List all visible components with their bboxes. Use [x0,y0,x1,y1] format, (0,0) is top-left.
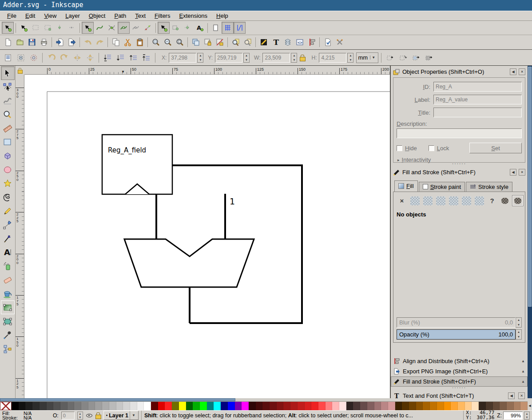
snap-object-centers-icon[interactable] [170,22,182,34]
palette-swatch[interactable] [374,402,381,410]
measure-tool[interactable] [1,121,15,135]
text-dialog-icon[interactable]: T [270,36,282,48]
palette-swatch[interactable] [242,402,249,410]
layer-visibility-icon[interactable] [86,412,93,419]
label-field[interactable] [433,95,522,104]
dock-scrollbar-thumb[interactable] [528,67,532,307]
w-spinner[interactable] [291,53,297,63]
palette-swatch[interactable] [381,402,388,410]
menu-item-edit[interactable]: Edit [21,12,40,20]
node-editor-tool[interactable] [1,80,15,94]
spellcheck-icon[interactable] [322,36,333,48]
blur-slider[interactable]: Blur (%)0,0 [397,317,522,328]
menu-item-layer[interactable]: Layer [61,12,84,20]
palette-swatch[interactable] [339,402,346,410]
menu-item-file[interactable]: File [3,12,21,20]
palette-swatch[interactable] [437,402,444,410]
calligraphy-tool[interactable] [1,232,15,245]
preferences-icon[interactable] [333,36,345,48]
x-field[interactable] [169,53,196,63]
palette-swatch[interactable] [298,402,305,410]
snap-page-border-icon[interactable] [210,22,222,34]
palette-swatch[interactable] [444,402,451,410]
unset-paint-button-2[interactable] [512,196,523,206]
register-label[interactable]: Reg_A_field [108,146,146,155]
paint-bucket-tool[interactable] [1,287,15,300]
copy-icon[interactable] [110,36,122,48]
mesh-button[interactable] [474,196,484,206]
palette-swatch[interactable] [88,402,95,410]
palette-swatch[interactable] [416,402,423,410]
palette-swatch[interactable] [144,402,151,410]
constant-label[interactable]: 1 [230,196,235,206]
close-icon[interactable] [519,68,525,75]
ellipse-tool[interactable] [1,163,15,176]
dock-icon[interactable] [510,68,516,75]
palette-swatch[interactable] [277,402,284,410]
opacity-slider[interactable]: Opacity (%)100,0 [397,329,522,340]
flat-color-button[interactable] [409,196,420,206]
palette-swatch[interactable] [500,402,507,410]
snap-guides-icon[interactable] [234,22,246,34]
align-dialog-icon[interactable] [306,36,318,48]
dock-item-export[interactable]: Export PNG Image (Shift+Ctrl+E) [391,366,528,376]
import-icon[interactable] [54,36,66,48]
tweak-tool[interactable] [1,94,15,108]
description-field[interactable] [397,128,522,138]
palette-swatch[interactable] [395,402,402,410]
paste-icon[interactable] [134,36,146,48]
guide-lock-icon[interactable] [18,68,22,73]
palette-swatch[interactable] [214,402,221,410]
unlink-clone-icon[interactable] [214,36,226,48]
palette-swatch[interactable] [25,402,32,410]
zoom-tool[interactable] [1,108,15,121]
palette-swatch[interactable] [332,402,339,410]
menu-item-help[interactable]: Help [212,12,233,20]
unset-paint-button[interactable] [500,196,510,206]
palette-swatch[interactable] [360,402,367,410]
palette-swatch[interactable] [388,402,395,410]
palette-swatch[interactable] [507,402,514,410]
palette-swatch[interactable] [95,402,102,410]
print-icon[interactable] [38,36,50,48]
pattern-button[interactable] [448,196,459,206]
select-all-icon[interactable] [2,52,14,64]
text-tool[interactable]: A [1,245,15,259]
lock-ratio-icon[interactable] [300,54,305,61]
id-field[interactable] [433,82,522,92]
undo-icon[interactable] [82,36,94,48]
zoom-field[interactable] [503,412,523,420]
zoom-spinner[interactable] [524,412,530,420]
dock-icon[interactable] [508,392,515,399]
palette-swatch[interactable] [235,402,242,410]
palette-swatch[interactable] [423,402,430,410]
opacity-indicator-field[interactable] [61,412,75,420]
select-in-groups-icon[interactable] [15,52,27,64]
duplicate-icon[interactable] [190,36,202,48]
palette-swatch-none[interactable] [0,402,12,410]
palette-swatch[interactable] [53,402,60,410]
palette-swatch[interactable] [102,402,109,410]
tab-stroke-style[interactable]: Stroke style [466,182,512,192]
cut-icon[interactable] [122,36,134,48]
palette-swatch[interactable] [409,402,416,410]
lower-icon[interactable] [115,52,127,64]
blur-spinner[interactable] [516,317,522,328]
open-document-icon[interactable] [14,36,26,48]
raise-icon[interactable] [127,52,139,64]
fill-stroke-header[interactable]: Fill and Stroke (Shift+Ctrl+F) [391,167,528,178]
snap-bbox-edges-icon[interactable] [30,22,42,34]
palette-swatch[interactable] [270,402,277,410]
palette-swatch[interactable] [207,402,214,410]
spiral-tool[interactable] [1,190,15,204]
palette-swatch[interactable] [465,402,472,410]
palette-swatch[interactable] [514,402,521,410]
linear-gradient-button[interactable] [422,196,433,206]
palette-swatch[interactable] [151,402,158,410]
box-3d-tool[interactable] [1,149,15,163]
palette-swatch[interactable] [472,402,479,410]
set-button[interactable]: Set [469,143,522,153]
palette-swatch[interactable] [221,402,228,410]
enable-snapping-icon[interactable] [2,22,14,34]
palette-swatch[interactable] [326,402,333,410]
